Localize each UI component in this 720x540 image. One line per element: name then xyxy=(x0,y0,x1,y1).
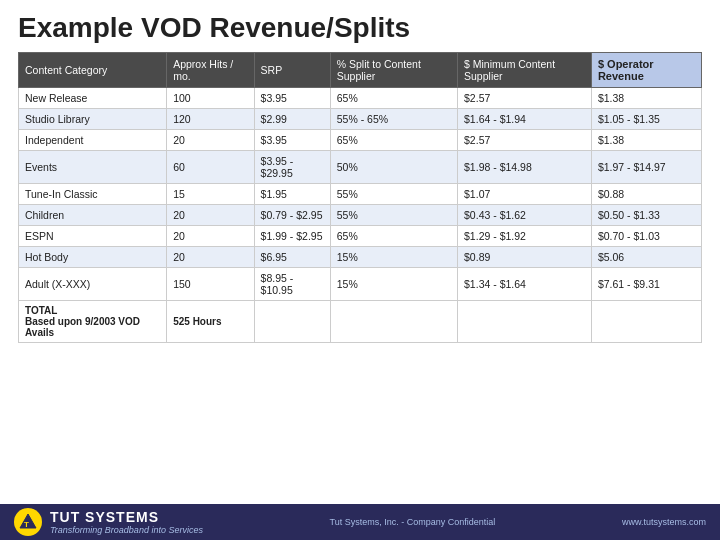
table-cell: $2.57 xyxy=(458,88,592,109)
table-cell: $7.61 - $9.31 xyxy=(591,268,701,301)
table-cell: 20 xyxy=(167,247,254,268)
table-cell: $1.99 - $2.95 xyxy=(254,226,330,247)
table-cell: Studio Library xyxy=(19,109,167,130)
table-cell: $1.64 - $1.94 xyxy=(458,109,592,130)
table-row: Hot Body20$6.9515%$0.89$5.06 xyxy=(19,247,702,268)
svg-text:T: T xyxy=(24,520,29,529)
revenue-table: Content Category Approx Hits / mo. SRP %… xyxy=(18,52,702,343)
footer-brand-name: TUT SYSTEMS xyxy=(50,509,203,525)
table-row: Adult (X-XXX)150$8.95 - $10.9515%$1.34 -… xyxy=(19,268,702,301)
footer-center-text: Tut Systems, Inc. - Company Confidential xyxy=(330,517,496,527)
table-cell: 65% xyxy=(330,88,457,109)
table-cell: 150 xyxy=(167,268,254,301)
table-cell: $1.05 - $1.35 xyxy=(591,109,701,130)
table-cell: 20 xyxy=(167,130,254,151)
table-row: Events60$3.95 - $29.9550%$1.98 - $14.98$… xyxy=(19,151,702,184)
table-cell: Hot Body xyxy=(19,247,167,268)
table-cell: $3.95 xyxy=(254,88,330,109)
table-cell: Events xyxy=(19,151,167,184)
table-cell: $1.95 xyxy=(254,184,330,205)
total-label: TOTAL Based upon 9/2003 VOD Avails xyxy=(19,301,167,343)
table-cell: 50% xyxy=(330,151,457,184)
table-cell: $0.50 - $1.33 xyxy=(591,205,701,226)
col-header-srp: SRP xyxy=(254,53,330,88)
table-cell: 60 xyxy=(167,151,254,184)
total-row: TOTAL Based upon 9/2003 VOD Avails525 Ho… xyxy=(19,301,702,343)
table-container: Content Category Approx Hits / mo. SRP %… xyxy=(0,52,720,343)
table-cell: $1.38 xyxy=(591,88,701,109)
table-cell: $6.95 xyxy=(254,247,330,268)
table-cell: 55% - 65% xyxy=(330,109,457,130)
table-cell: 65% xyxy=(330,130,457,151)
table-cell: $2.99 xyxy=(254,109,330,130)
total-empty-cell xyxy=(458,301,592,343)
col-header-operator-rev: $ Operator Revenue xyxy=(591,53,701,88)
col-header-category: Content Category xyxy=(19,53,167,88)
col-header-min-supplier: $ Minimum Content Supplier xyxy=(458,53,592,88)
table-cell: $3.95 xyxy=(254,130,330,151)
table-cell: $1.98 - $14.98 xyxy=(458,151,592,184)
table-cell: $1.38 xyxy=(591,130,701,151)
table-cell: 55% xyxy=(330,205,457,226)
col-header-split: % Split to Content Supplier xyxy=(330,53,457,88)
table-cell: 100 xyxy=(167,88,254,109)
table-cell: $0.89 xyxy=(458,247,592,268)
table-row: Children20$0.79 - $2.9555%$0.43 - $1.62$… xyxy=(19,205,702,226)
table-cell: 120 xyxy=(167,109,254,130)
table-cell: New Release xyxy=(19,88,167,109)
tut-logo: T xyxy=(14,508,42,536)
footer-right-text: www.tutsystems.com xyxy=(622,517,706,527)
table-cell: $0.43 - $1.62 xyxy=(458,205,592,226)
table-cell: $2.57 xyxy=(458,130,592,151)
table-cell: 65% xyxy=(330,226,457,247)
table-cell: $1.34 - $1.64 xyxy=(458,268,592,301)
table-cell: 20 xyxy=(167,205,254,226)
table-row: New Release100$3.9565%$2.57$1.38 xyxy=(19,88,702,109)
total-empty-cell xyxy=(330,301,457,343)
table-cell: 15% xyxy=(330,247,457,268)
table-cell: 55% xyxy=(330,184,457,205)
page-title: Example VOD Revenue/Splits xyxy=(0,0,720,52)
total-empty-cell xyxy=(591,301,701,343)
table-cell: Tune-In Classic xyxy=(19,184,167,205)
table-row: Tune-In Classic15$1.9555%$1.07$0.88 xyxy=(19,184,702,205)
table-cell: 15 xyxy=(167,184,254,205)
table-row: Independent20$3.9565%$2.57$1.38 xyxy=(19,130,702,151)
table-cell: Children xyxy=(19,205,167,226)
table-row: ESPN20$1.99 - $2.9565%$1.29 - $1.92$0.70… xyxy=(19,226,702,247)
table-cell: $0.70 - $1.03 xyxy=(591,226,701,247)
col-header-hits: Approx Hits / mo. xyxy=(167,53,254,88)
table-cell: $5.06 xyxy=(591,247,701,268)
table-cell: Independent xyxy=(19,130,167,151)
table-cell: $0.88 xyxy=(591,184,701,205)
total-empty-cell xyxy=(254,301,330,343)
total-hits: 525 Hours xyxy=(167,301,254,343)
table-cell: $3.95 - $29.95 xyxy=(254,151,330,184)
footer-left: T TUT SYSTEMS Transforming Broadband int… xyxy=(14,508,203,536)
table-cell: $8.95 - $10.95 xyxy=(254,268,330,301)
footer: T TUT SYSTEMS Transforming Broadband int… xyxy=(0,504,720,540)
table-cell: $1.29 - $1.92 xyxy=(458,226,592,247)
footer-brand-block: TUT SYSTEMS Transforming Broadband into … xyxy=(50,509,203,535)
table-cell: $1.07 xyxy=(458,184,592,205)
table-cell: $0.79 - $2.95 xyxy=(254,205,330,226)
table-cell: 15% xyxy=(330,268,457,301)
footer-tagline: Transforming Broadband into Services xyxy=(50,525,203,535)
table-row: Studio Library120$2.9955% - 65%$1.64 - $… xyxy=(19,109,702,130)
table-cell: Adult (X-XXX) xyxy=(19,268,167,301)
table-cell: ESPN xyxy=(19,226,167,247)
table-cell: $1.97 - $14.97 xyxy=(591,151,701,184)
table-cell: 20 xyxy=(167,226,254,247)
